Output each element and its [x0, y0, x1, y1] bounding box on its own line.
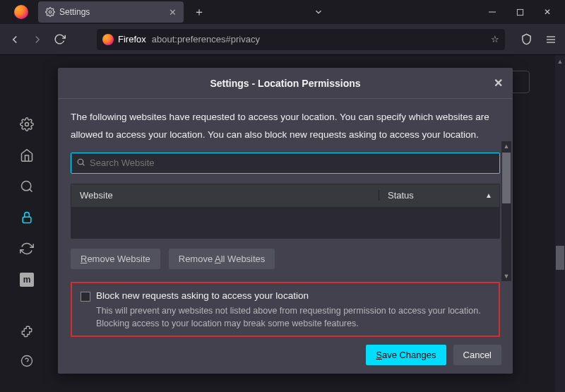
window-close-icon[interactable]: ✕: [544, 7, 551, 17]
gear-icon: [45, 7, 55, 17]
cancel-button[interactable]: Cancel: [453, 345, 501, 365]
dialog-scrollbar[interactable]: ▲ ▼: [501, 141, 511, 281]
url-prefix: Firefox: [118, 34, 146, 44]
firefox-logo-icon: [102, 34, 114, 45]
new-tab-button[interactable]: ＋: [194, 5, 205, 20]
close-tab-icon[interactable]: ✕: [169, 7, 177, 18]
firefox-logo-icon: [14, 5, 28, 19]
permissions-table: Website Status ▲: [71, 184, 500, 239]
help-icon[interactable]: [20, 355, 33, 367]
svg-rect-9: [23, 217, 31, 222]
pocket-icon[interactable]: [521, 33, 533, 45]
svg-point-10: [22, 356, 32, 367]
tab-label: Settings: [59, 7, 90, 17]
search-icon: [76, 158, 85, 167]
svg-rect-2: [517, 9, 523, 15]
svg-point-6: [25, 123, 29, 126]
address-bar[interactable]: Firefox about:preferences#privacy ☆: [97, 29, 505, 50]
svg-line-13: [83, 164, 85, 166]
block-new-requests-hint: This will prevent any websites not liste…: [96, 304, 490, 330]
forward-button[interactable]: [31, 33, 44, 46]
permissions-table-body: [71, 207, 499, 238]
back-button[interactable]: [8, 33, 21, 46]
settings-privacy-icon[interactable]: [20, 210, 34, 225]
location-permissions-dialog: Settings - Location Permissions ✕ The fo…: [58, 68, 513, 374]
window-titlebar: Settings ✕ ＋ ✕: [0, 0, 565, 24]
page-scrollbar[interactable]: ▲: [555, 55, 565, 392]
block-new-requests-label: Block new requests asking to access your…: [96, 290, 309, 301]
block-new-requests-checkbox[interactable]: [81, 292, 90, 302]
svg-point-12: [78, 159, 83, 165]
svg-line-8: [30, 189, 32, 192]
scroll-up-icon[interactable]: ▲: [501, 143, 511, 150]
settings-sync-icon[interactable]: [20, 242, 34, 256]
scroll-down-icon[interactable]: ▼: [501, 273, 511, 280]
window-minimize-icon[interactable]: [488, 8, 496, 16]
remove-website-button[interactable]: Remove Website: [71, 249, 160, 269]
tabs-dropdown-icon[interactable]: [314, 7, 323, 17]
dialog-header: Settings - Location Permissions ✕: [58, 68, 513, 99]
scroll-thumb[interactable]: [556, 246, 564, 270]
scroll-thumb[interactable]: [502, 153, 511, 203]
svg-point-0: [49, 11, 52, 13]
window-maximize-icon[interactable]: [516, 8, 524, 16]
dialog-description: The following websites have requested to…: [71, 109, 500, 144]
reload-button[interactable]: [54, 33, 66, 45]
dialog-close-button[interactable]: ✕: [494, 76, 503, 90]
dialog-title: Settings - Location Permissions: [210, 78, 360, 89]
settings-search-icon[interactable]: [20, 179, 34, 194]
app-menu-icon[interactable]: [545, 34, 557, 45]
browser-toolbar: Firefox about:preferences#privacy ☆: [0, 24, 565, 55]
bookmark-star-icon[interactable]: ☆: [491, 34, 499, 44]
settings-more-icon[interactable]: m: [20, 273, 34, 287]
remove-all-websites-button[interactable]: Remove All Websites: [169, 249, 275, 269]
browser-tab[interactable]: Settings ✕: [38, 1, 184, 23]
column-status-header[interactable]: Status ▲: [379, 190, 499, 201]
save-changes-button[interactable]: Save Changes: [366, 345, 446, 365]
block-new-requests-section: Block new requests asking to access your…: [71, 282, 500, 337]
column-website-header[interactable]: Website: [71, 190, 379, 201]
settings-home-icon[interactable]: [20, 148, 34, 162]
extensions-icon[interactable]: [20, 325, 33, 338]
search-website-input[interactable]: [71, 153, 500, 174]
settings-general-icon[interactable]: [20, 117, 34, 131]
settings-sidebar: m: [0, 55, 54, 367]
sort-caret-icon: ▲: [485, 191, 492, 199]
scroll-up-icon[interactable]: ▲: [555, 58, 565, 65]
url-path: about:preferences#privacy: [152, 34, 260, 44]
svg-point-7: [22, 182, 31, 191]
